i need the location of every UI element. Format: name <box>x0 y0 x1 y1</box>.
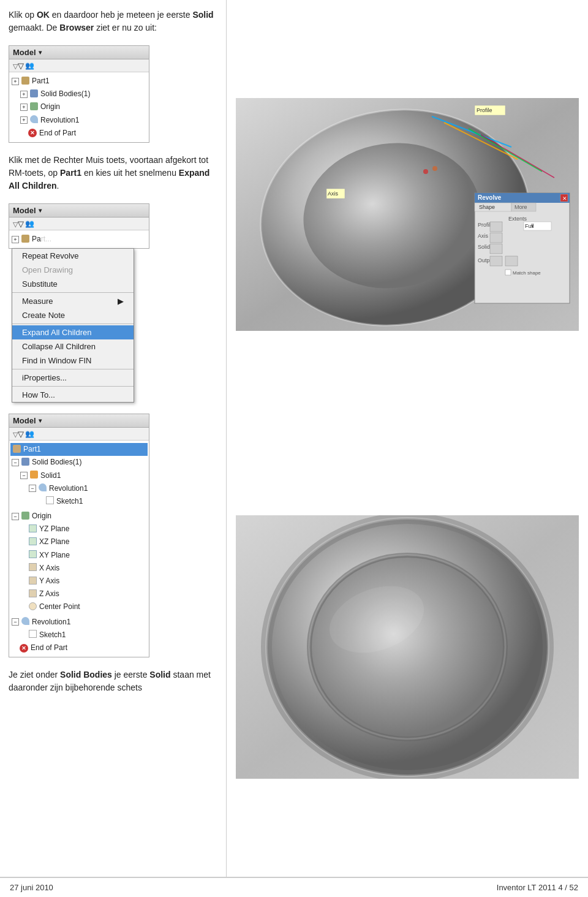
part-icon-b2 <box>20 235 30 244</box>
ctx-open-drawing: Open Drawing <box>12 263 134 277</box>
tree-item-solid-bodies-b1[interactable]: + Solid Bodies(1) <box>10 88 148 100</box>
ctx-repeat-revolve[interactable]: Repeat Revolve <box>12 249 134 263</box>
sb-label-b3: Solid Bodies(1) <box>32 456 81 468</box>
eop-icon-b3: ✕ <box>19 643 29 653</box>
eop-label-b3: End of Part <box>31 642 67 654</box>
xaxis-icon-b3 <box>28 563 37 573</box>
filter-icon-1[interactable]: ▽ <box>13 61 21 70</box>
origin-label-b1: Origin <box>40 101 60 113</box>
rev1-label-b3: Revolution1 <box>49 483 88 494</box>
ctx-substitute[interactable]: Substitute <box>12 277 134 291</box>
part-icon-b1 <box>20 77 30 86</box>
tree-item-part1-b3[interactable]: Part1 <box>10 443 148 456</box>
tree-item-sk2-b3[interactable]: Sketch1 <box>10 629 148 642</box>
people-icon-2[interactable]: 👥 <box>25 219 34 228</box>
tree-item-part1-b1[interactable]: + Part1 <box>10 75 148 88</box>
origin-label-b3: Origin <box>32 510 51 522</box>
tree-item-sb-b3[interactable]: − Solid Bodies(1) <box>10 456 148 469</box>
expand-solid-bodies-b1[interactable]: + <box>20 91 28 98</box>
tree-item-revolution1-b1[interactable]: + Revolution1 <box>10 114 148 127</box>
zaxis-icon-b3 <box>28 589 37 599</box>
svg-point-38 <box>432 166 437 171</box>
svg-text:Axis: Axis <box>478 233 489 239</box>
people-icon-3[interactable]: 👥 <box>25 430 34 438</box>
svg-text:Revolve: Revolve <box>478 194 502 201</box>
ctx-sep-3 <box>12 369 134 369</box>
origin-icon-b3 <box>20 512 30 521</box>
text-block-3: Je ziet onder Solid Bodies je eerste Sol… <box>9 668 217 694</box>
tree-item-solid1-b3[interactable]: − Solid1 <box>10 469 148 482</box>
ctx-sep-4 <box>12 386 134 387</box>
tree-item-xy-b3[interactable]: XY Plane <box>10 549 148 562</box>
svg-text:Extents: Extents <box>508 216 527 222</box>
sk2-icon-b3 <box>28 630 37 640</box>
tree-item-yz-b3[interactable]: YZ Plane <box>10 523 148 536</box>
filter-icon-3[interactable]: ▽ <box>13 430 21 438</box>
ctx-sep-2 <box>12 324 134 324</box>
model-browser-toolbar-2: ▽ 👥 <box>9 218 149 230</box>
tree-item-rev1-b3[interactable]: − Revolution1 <box>10 482 148 495</box>
svg-rect-24 <box>490 222 502 232</box>
ctx-measure-arrow: ▶ <box>118 297 124 306</box>
model-label-1: Model <box>13 48 36 57</box>
svg-text:✕: ✕ <box>562 195 567 202</box>
expand-rev1-b3[interactable]: − <box>29 485 36 492</box>
page-footer: 27 juni 2010 Inventor LT 2011 4 / 52 <box>0 877 588 897</box>
browser-with-menu: Model ▾ ▽ 👥 + Part... <box>9 203 149 403</box>
filter-icon-2[interactable]: ▽ <box>13 219 21 228</box>
dropdown-icon-2[interactable]: ▾ <box>39 207 42 214</box>
expand-solid1-b3[interactable]: − <box>20 472 28 479</box>
svg-rect-29 <box>490 233 502 243</box>
tree-item-origin-b3[interactable]: − Origin <box>10 510 148 523</box>
footer-date: 27 juni 2010 <box>10 883 53 892</box>
context-menu: Repeat Revolve Open Drawing Substitute M… <box>12 248 149 403</box>
svg-rect-34 <box>505 256 518 266</box>
expand-part1-b2[interactable]: + <box>12 236 19 243</box>
expand-origin-b1[interactable]: + <box>20 104 28 111</box>
dropdown-icon-1[interactable]: ▾ <box>39 49 42 56</box>
part-icon-b3 <box>12 445 21 455</box>
expand-sb-b3[interactable]: − <box>12 459 19 466</box>
eop-icon-b1: ✕ <box>28 128 37 138</box>
tree-item-rev2-b3[interactable]: − Revolution1 <box>10 616 148 629</box>
dropdown-icon-3[interactable]: ▾ <box>39 417 42 424</box>
tree-item-eop-b1[interactable]: ✕ End of Part <box>10 127 148 140</box>
tree-item-sk1-b3[interactable]: Sketch1 <box>10 495 148 508</box>
ctx-how-to[interactable]: How To... <box>12 388 134 402</box>
model-browser-header-3: Model ▾ <box>9 414 149 428</box>
ctx-expand-all[interactable]: Expand All Children <box>12 325 134 339</box>
rev1-icon-b3 <box>37 483 47 493</box>
ctx-create-note[interactable]: Create Note <box>12 308 134 322</box>
model-browser-toolbar-3: ▽ 👥 <box>9 428 149 441</box>
ctx-measure[interactable]: Measure ▶ <box>12 294 134 308</box>
tree-item-zaxis-b3[interactable]: Z Axis <box>10 588 148 600</box>
ctx-collapse-all[interactable]: Collapse All Children <box>12 339 134 354</box>
expand-rev2-b3[interactable]: − <box>12 618 19 626</box>
ctx-sep-1 <box>12 292 134 293</box>
tree-item-part1-b2[interactable]: + Part... <box>10 233 148 246</box>
main-content: Klik op OK en daardoor heb je meteen je … <box>0 0 588 877</box>
cp-icon-b3 <box>28 602 37 612</box>
part1-label-b1: Part1 <box>32 75 50 87</box>
tree-item-yaxis-b3[interactable]: Y Axis <box>10 575 148 588</box>
page-container: Klik op OK en daardoor heb je meteen je … <box>0 0 588 897</box>
model-browser-body-3: Part1 − Solid Bodies(1) − <box>9 441 149 657</box>
model-browser-1: Model ▾ ▽ 👥 + Part1 <box>9 45 149 143</box>
model-browser-body-1: + Part1 + Solid Bodies(1) <box>9 72 149 142</box>
tree-item-origin-b1[interactable]: + Origin <box>10 100 148 113</box>
tree-item-xaxis-b3[interactable]: X Axis <box>10 562 148 575</box>
footer-page-info: Inventor LT 2011 4 / 52 <box>497 883 578 892</box>
svg-text:▾: ▾ <box>531 223 534 229</box>
expand-revolution1-b1[interactable]: + <box>20 116 28 124</box>
part1-label-b2: Pa <box>32 233 41 245</box>
people-icon-1[interactable]: 👥 <box>25 61 34 70</box>
tree-item-cp-b3[interactable]: Center Point <box>10 600 148 613</box>
rev2-label-b3: Revolution1 <box>32 616 70 628</box>
expand-part1-b1[interactable]: + <box>12 78 19 85</box>
ctx-find-in-window[interactable]: Find in Window FIN <box>12 354 134 368</box>
tree-item-xz-b3[interactable]: XZ Plane <box>10 536 148 548</box>
right-panel: Profile Axis Revolve ✕ Shape <box>227 0 588 877</box>
ctx-iproperties[interactable]: iProperties... <box>12 371 134 385</box>
expand-origin-b3[interactable]: − <box>12 513 19 520</box>
tree-item-eop-b3[interactable]: ✕ End of Part <box>10 642 148 654</box>
